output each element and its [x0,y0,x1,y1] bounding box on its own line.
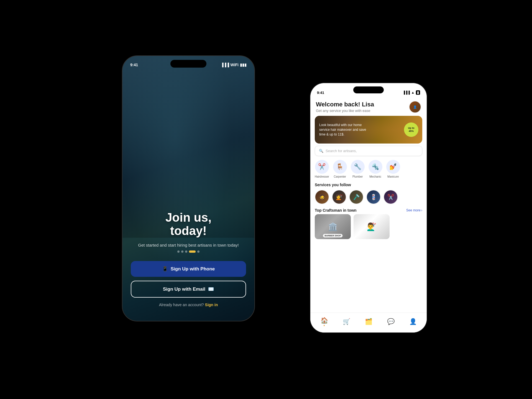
barber-badge-1: BARBER SHOP [323,234,342,237]
craftsman-card-1[interactable]: 🏛️ BARBER SHOP [315,214,351,239]
home-content: Welcome back! Lisa Get any service you l… [310,97,427,332]
follow-avatar-3[interactable]: 🪒 [349,190,364,204]
bookings-icon: 🗂️ [365,318,372,325]
welcome-text-block: Welcome back! Lisa Get any service you l… [316,101,374,113]
front-signal-icon: ▐▐▐ [403,91,410,94]
craftsman-img-1: 🏛️ BARBER SHOP [315,214,351,239]
email-icon: ✉️ [208,286,214,292]
follow-img-3: 🪒 [350,190,363,204]
signal-icon: ▐▐▐ [221,63,229,67]
welcome-title: Welcome back! Lisa [316,101,374,108]
follow-avatar-4[interactable]: 💈 [366,190,381,204]
follow-row: 🧔 💇 🪒 💈 ✂️ [310,189,427,205]
category-mechanic[interactable]: 🔩 Mechanic [369,160,382,178]
front-wifi-icon: ▲ [411,91,415,94]
category-plumber[interactable]: 🔧 Plumber [351,160,365,178]
search-placeholder: Search for artisans, [326,149,357,153]
pagination-dots [177,250,200,253]
dot-1 [177,250,180,253]
profile-icon: 👤 [409,318,417,325]
category-manicure[interactable]: 💅 Manicure [386,160,400,178]
signin-prompt: Already have an account? Sign in [159,303,218,307]
bottom-nav: 🏠 🛒 🗂️ 💬 👤 [310,313,427,332]
home-icon: 🏠 [321,317,328,324]
mechanic-label: Mechanic [369,175,381,178]
follow-section-title: Services you follow [310,180,427,189]
craftsman-title: Top Craftsman in town [315,208,357,213]
signup-phone-button[interactable]: 📱 Sign Up with Phone [131,261,246,277]
craftsman-section-header: Top Craftsman in town See more › [310,205,427,214]
nav-profile[interactable]: 👤 [409,318,417,325]
nav-home[interactable]: 🏠 [321,317,328,326]
follow-img-4: 💈 [367,190,380,204]
cart-icon: 🛒 [343,318,350,325]
home-phone: 9:41 ▐▐▐ ▲ ▮ Welcome back! Lisa Get any … [310,83,427,332]
phone-icon: 📱 [162,266,168,272]
home-header: Welcome back! Lisa Get any service you l… [310,97,427,116]
nav-messages[interactable]: 💬 [387,318,395,325]
scene: 9:41 ▐▐▐ WiFi ▮▮▮ Join us,today! Get sta… [100,33,432,366]
search-bar[interactable]: 🔍 Search for artisans, [315,146,422,156]
promo-text: Look beautiful with our home service hai… [319,123,369,137]
signup-title: Join us,today! [165,211,211,238]
mechanic-icon: 🔩 [369,160,382,174]
search-icon: 🔍 [319,149,323,153]
front-battery-icon: ▮ [416,90,420,95]
promo-badge-line2: 45% [409,130,414,133]
promo-badge-line1: Up to [408,127,415,130]
front-phone-notch [353,86,384,93]
signup-email-button[interactable]: Sign Up with Email ✉️ [131,281,246,298]
signup-subtitle: Get started and start hiring best artisa… [138,242,239,249]
front-phone-time: 9:41 [317,91,324,95]
hairdresser-icon: ✂️ [315,160,329,174]
signup-content: Join us,today! Get started and start hir… [122,200,254,321]
signup-phone: 9:41 ▐▐▐ WiFi ▮▮▮ Join us,today! Get sta… [122,55,255,321]
wifi-icon: WiFi [231,63,239,67]
dot-4-active [189,250,196,253]
promo-banner[interactable]: Look beautiful with our home service hai… [315,116,422,144]
avatar-image: 👤 [413,105,417,109]
dot-5 [197,250,200,253]
back-phone-status-icons: ▐▐▐ WiFi ▮▮▮ [221,63,247,67]
nav-bookings[interactable]: 🗂️ [365,318,372,325]
chevron-right-icon: › [421,208,422,212]
signin-link[interactable]: Sign in [205,303,218,307]
plumber-icon: 🔧 [351,160,365,174]
user-avatar[interactable]: 👤 [409,101,421,113]
promo-badge: Up to 45% [404,122,418,137]
follow-avatar-2[interactable]: 💇 [332,190,346,204]
craftsman-img-2: 💇‍♂️ [354,214,390,239]
craftsman-card-2[interactable]: 💇‍♂️ [354,214,390,239]
plumber-label: Plumber [352,175,363,178]
carpenter-icon: 🪑 [333,160,347,174]
front-status-icons: ▐▐▐ ▲ ▮ [403,90,420,95]
categories-row: ✂️ Hairdresser 🪑 Carpenter 🔧 Plumber 🔩 M… [310,158,427,180]
carpenter-label: Carpenter [334,175,346,178]
follow-avatar-1[interactable]: 🧔 [315,190,329,204]
manicure-icon: 💅 [386,160,400,174]
follow-img-5: ✂️ [384,190,397,204]
see-more-button[interactable]: See more › [406,208,422,212]
craftsman-row: 🏛️ BARBER SHOP 💇‍♂️ [310,214,427,239]
content-spacer [310,239,427,313]
home-nav-dot [324,325,325,326]
category-hairdresser[interactable]: ✂️ Hairdresser [315,160,329,178]
messages-icon: 💬 [387,318,395,325]
follow-img-1: 🧔 [315,190,329,204]
nav-cart[interactable]: 🛒 [343,318,350,325]
follow-avatar-5[interactable]: ✂️ [383,190,398,204]
dot-3 [185,250,187,253]
category-carpenter[interactable]: 🪑 Carpenter [333,160,347,178]
back-phone-time: 9:41 [130,63,138,67]
hairdresser-label: Hairdresser [315,175,329,178]
battery-icon: ▮▮▮ [240,63,247,67]
follow-img-2: 💇 [332,190,346,204]
manicure-label: Manicure [387,175,399,178]
dot-2 [181,250,183,253]
welcome-subtitle: Get any service you like with ease [316,109,374,113]
back-phone-status-bar: 9:41 ▐▐▐ WiFi ▮▮▮ [122,56,254,70]
